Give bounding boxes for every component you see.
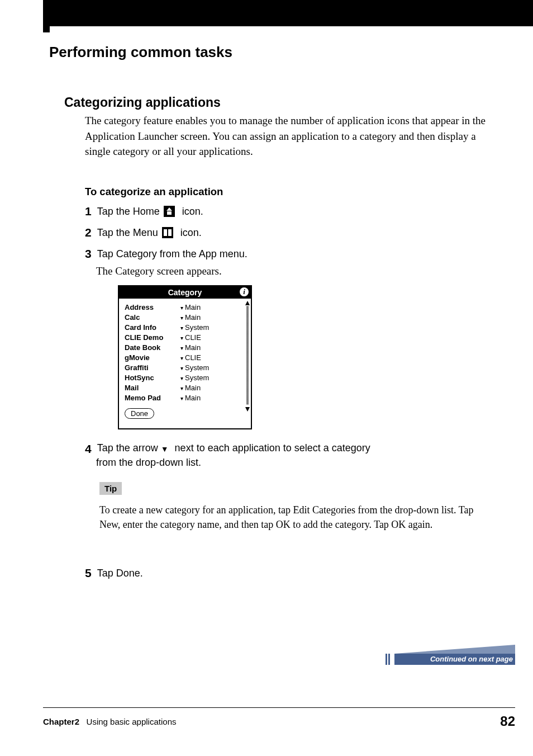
dropdown-arrow-icon: ▾ [180, 315, 183, 321]
category-value: ▾System [180, 374, 245, 382]
step-5: 5 Tap Done. [85, 566, 488, 580]
step-text-line2: from the drop-down list. [96, 457, 488, 469]
step-text-pre: Tap the Menu [97, 227, 161, 238]
tip-text: To create a new category for an applicat… [99, 503, 491, 532]
footer-divider [43, 707, 515, 708]
continued-lines-icon [386, 654, 391, 665]
dropdown-arrow-icon: ▾ [180, 395, 183, 401]
continued-banner: Continued on next page [386, 649, 515, 665]
header-tab [43, 0, 50, 32]
category-value: ▾System [180, 363, 245, 372]
category-row: CLIE Demo▾CLIE [125, 332, 245, 342]
done-button: Done [125, 408, 154, 419]
dropdown-arrow-icon: ▾ [180, 355, 183, 361]
category-row: Address▾Main [125, 302, 245, 312]
dropdown-arrow-icon: ▾ [180, 335, 183, 341]
step-note: The Category screen appears. [96, 264, 488, 279]
category-app: HotSync [125, 374, 180, 382]
dropdown-arrow-icon: ▾ [180, 375, 183, 381]
footer-left: Chapter2 Using basic applications [43, 717, 176, 726]
category-app: gMovie [125, 353, 180, 362]
category-row: HotSync▾System [125, 372, 245, 382]
page-title: Performing common tasks [49, 44, 232, 61]
dropdown-arrow-icon: ▾ [180, 305, 183, 311]
continued-triangle [394, 645, 515, 654]
home-icon [164, 206, 175, 217]
dropdown-arrow-icon: ▾ [180, 325, 183, 331]
arrow-down-icon [161, 444, 169, 454]
category-value: ▾System [180, 323, 245, 332]
category-row: Card Info▾System [125, 322, 245, 332]
category-value: ▾CLIE [180, 333, 245, 342]
step-number: 5 [85, 566, 92, 580]
step-4: 4 Tap the arrow next to each application… [85, 441, 488, 469]
header-bar [43, 0, 533, 26]
category-app: Memo Pad [125, 394, 180, 402]
category-list: Address▾Main Calc▾Main Card Info▾System … [119, 299, 251, 422]
step-text: Tap Category from the App menu. [97, 248, 248, 259]
category-app: Mail [125, 384, 180, 392]
step-3: 3 Tap Category from the App menu. The Ca… [85, 247, 488, 279]
step-text-post: next to each application to select a cat… [172, 442, 370, 453]
step-number: 4 [85, 442, 92, 456]
menu-icon [162, 227, 173, 238]
category-value: ▾Main [180, 343, 245, 352]
category-row: Graffiti▾System [125, 362, 245, 372]
category-app: Date Book [125, 343, 180, 352]
footer-chapter-title-text: Using basic applications [87, 717, 177, 726]
category-title-bar: Category i [119, 286, 251, 299]
step-text: Tap Done. [97, 568, 143, 579]
category-app: Address [125, 303, 180, 311]
category-row: Mail▾Main [125, 382, 245, 393]
category-app: Graffiti [125, 363, 180, 372]
subsection-heading: To categorize an application [85, 186, 223, 198]
step-text-post: icon. [179, 206, 203, 217]
step-number: 2 [85, 226, 92, 239]
category-value: ▾Main [180, 313, 245, 322]
category-row: Memo Pad▾Main [125, 393, 245, 403]
category-row: gMovie▾CLIE [125, 352, 245, 362]
step-2: 2 Tap the Menu icon. [85, 226, 488, 239]
category-app: Calc [125, 313, 180, 322]
category-row: Date Book▾Main [125, 342, 245, 352]
dropdown-arrow-icon: ▾ [180, 365, 183, 371]
info-icon: i [240, 287, 249, 296]
continued-text: Continued on next page [394, 654, 515, 665]
page-number: 82 [500, 714, 515, 729]
category-title: Category [168, 288, 202, 297]
footer-chapter-title [82, 717, 86, 726]
step-1: 1 Tap the Home icon. [85, 205, 488, 218]
section-heading: Categorizing applications [64, 95, 221, 110]
footer-chapter: Chapter2 [43, 717, 79, 726]
category-screenshot: Category i Address▾Main Calc▾Main Card I… [118, 285, 252, 429]
category-app: CLIE Demo [125, 333, 180, 342]
dropdown-arrow-icon: ▾ [180, 385, 183, 391]
category-value: ▾Main [180, 384, 245, 392]
category-app: Card Info [125, 323, 180, 332]
category-value: ▾Main [180, 394, 245, 402]
tip-label: Tip [99, 482, 122, 495]
step-number: 1 [85, 205, 92, 218]
section-intro-text: The category feature enables you to mana… [85, 113, 488, 159]
step-text-post: icon. [178, 227, 202, 238]
category-value: ▾CLIE [180, 353, 245, 362]
category-row: Calc▾Main [125, 312, 245, 322]
step-text-pre: Tap the Home [97, 206, 163, 217]
category-value: ▾Main [180, 303, 245, 311]
step-number: 3 [85, 247, 92, 261]
dropdown-arrow-icon: ▾ [180, 345, 183, 351]
tip-section: Tip To create a new category for an appl… [99, 482, 491, 532]
step-text-pre: Tap the arrow [97, 442, 161, 453]
